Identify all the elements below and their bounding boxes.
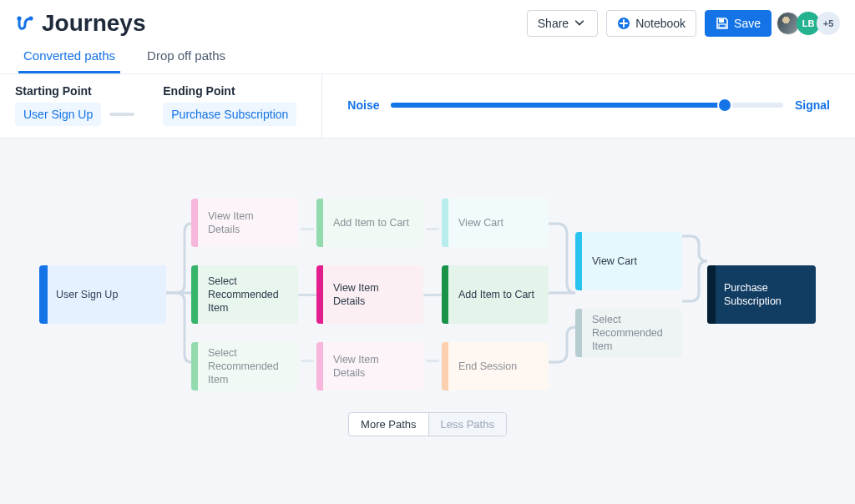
tab-converted-paths[interactable]: Converted paths	[18, 48, 120, 73]
tab-drop-off-paths[interactable]: Drop off paths	[142, 48, 230, 73]
notebook-label: Notebook	[635, 17, 686, 30]
ending-point-head: Ending Point	[163, 84, 296, 98]
flow-connector	[426, 360, 439, 362]
flow-connector	[298, 294, 316, 296]
logo-icon	[15, 13, 35, 33]
flow-card[interactable]: View Item Details	[191, 199, 298, 247]
flow-start-card[interactable]: User Sign Up	[39, 265, 166, 324]
flow-card[interactable]: View Item Details	[316, 342, 423, 391]
flow-card[interactable]: View Cart	[442, 199, 549, 247]
page-title: Journeys	[42, 10, 146, 37]
flow-card[interactable]: View Cart	[575, 232, 682, 290]
vertical-divider	[321, 74, 322, 138]
flow-card[interactable]: End Session	[442, 342, 549, 391]
flow-card[interactable]: Select Recommended Item	[191, 342, 298, 391]
flow-end-label: Purchase Subscription	[724, 281, 804, 309]
starting-point-pill[interactable]: User Sign Up	[15, 103, 101, 126]
avatar-more[interactable]: +5	[817, 12, 840, 35]
noise-signal-slider[interactable]	[391, 103, 783, 108]
flow-start-label: User Sign Up	[56, 288, 118, 301]
flow-connector	[423, 294, 442, 296]
chevron-down-icon	[574, 17, 587, 30]
save-icon	[716, 17, 729, 30]
share-label: Share	[538, 17, 569, 30]
share-button[interactable]: Share	[527, 10, 598, 37]
starting-point-head: Starting Point	[15, 84, 134, 98]
path-connector-icon	[109, 113, 134, 116]
avatar-group[interactable]: LB +5	[780, 12, 840, 35]
save-button[interactable]: Save	[705, 10, 772, 37]
signal-label: Signal	[795, 98, 830, 112]
svg-rect-3	[719, 19, 724, 23]
flow-connector	[426, 228, 439, 230]
ending-point-pill[interactable]: Purchase Subscription	[163, 103, 296, 126]
notebook-button[interactable]: Notebook	[606, 10, 696, 37]
plus-circle-icon	[617, 17, 630, 30]
slider-handle[interactable]	[719, 99, 731, 111]
flow-card[interactable]: View Item Details	[316, 265, 423, 324]
flow-connector	[301, 360, 314, 362]
flow-card[interactable]: Select Recommended Item	[191, 265, 298, 324]
save-label: Save	[734, 17, 761, 30]
path-toggle-group: More Paths Less Paths	[348, 412, 507, 436]
svg-rect-4	[719, 24, 726, 28]
flow-canvas: User Sign Up View Item Details Select Re…	[0, 139, 855, 504]
less-paths-button: Less Paths	[429, 413, 506, 436]
branch-left-icon	[166, 199, 191, 391]
branch-right-icon	[682, 199, 707, 391]
more-paths-button[interactable]: More Paths	[349, 413, 428, 436]
flow-card[interactable]: Add Item to Cart	[316, 199, 423, 247]
noise-label: Noise	[347, 98, 379, 112]
flow-card[interactable]: Add Item to Cart	[442, 265, 549, 324]
noise-signal-control: Noise Signal	[347, 98, 840, 112]
branch-merge-icon	[549, 199, 575, 391]
flow-card[interactable]: Select Recommended Item	[575, 309, 682, 357]
flow-connector	[301, 228, 314, 230]
svg-point-1	[28, 16, 33, 20]
flow-end-card[interactable]: Purchase Subscription	[707, 265, 816, 324]
